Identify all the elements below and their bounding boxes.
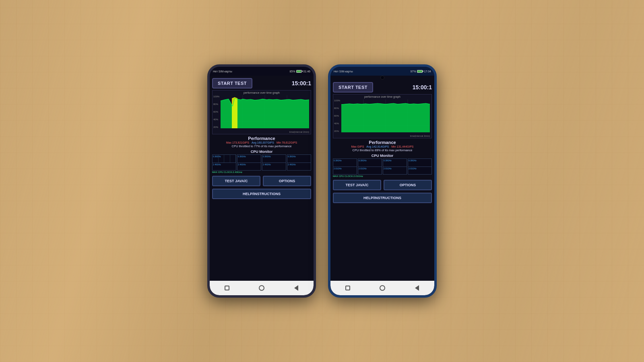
p2-cpu-core-4-bottom: 2.01GHz (408, 167, 431, 174)
phone-2-action-buttons: TEST JAVA/C OPTIONS (333, 180, 432, 190)
phone-2-nav-circle[interactable] (378, 284, 386, 292)
phone-2-circle-icon (380, 285, 385, 291)
p2-cpu-core-2b-label: 2.01GHz (359, 167, 367, 170)
phone-1-circle-icon (259, 285, 264, 291)
phone-1-max-cpu: MAX CPU CLOCK:2.40GHz (212, 171, 311, 173)
p2-cpu-core-1-top: 0.30GHz (333, 159, 357, 167)
phone-2-help-button[interactable]: HELP/INSTRUCTIONS (333, 193, 432, 203)
cpu-core-2b-label: 2.40GHz (238, 163, 246, 166)
phone-2-punch-hole (380, 76, 384, 80)
p2-y-label-60: 60% (334, 115, 340, 117)
phone-2-timer: 15:00:1 (413, 84, 432, 90)
p2-cpu-core-3-bottom: 2.01GHz (383, 167, 407, 174)
phone-1-start-test-button[interactable]: START TEST (212, 78, 252, 88)
phone-1-test-java-button[interactable]: TEST JAVA/C (212, 176, 260, 186)
cpu-core-1-grid (213, 155, 236, 162)
cpu-core-3b-label: 2.40GHz (263, 163, 271, 166)
phone-2-graph-svg (341, 99, 430, 132)
phone-2-cpu-title: CPU Monitor (333, 154, 432, 158)
phone-1-graph-y-labels: 100% 80% 60% 40% 20% (213, 95, 219, 128)
phone-2-nav-square[interactable] (344, 284, 352, 292)
phone-2-graph-title: performance over time graph (333, 95, 431, 98)
phone-2-cpu-grid: 0.30GHz 2.01GHz 0.30GHz 2.01GHz (333, 158, 432, 175)
phone-1: Нет SIM-карты 85% 01:46 START TEST 15:00… (207, 64, 316, 298)
phone-2-options-button[interactable]: OPTIONS (384, 180, 432, 190)
phone-1-status-right: 85% 01:46 (289, 70, 310, 73)
p2-cpu-core-4-label: 0.30GHz (409, 159, 417, 162)
y-label-100: 100% (213, 95, 219, 98)
cpu-core-3-top: 0.30GHz (262, 155, 286, 163)
phone-2-start-test-button[interactable]: START TEST (333, 82, 373, 93)
phone-1-perf-stats: Max 173,921GIPS Avg 160,007GIPS Min 78,6… (212, 141, 311, 144)
phone-1-top-row: START TEST 15:00:1 (212, 78, 311, 88)
phone-2-wrapper: Нет SIM-карты 97% 17:04 START TEST 15:00… (328, 64, 437, 298)
cpu-core-2-bottom: 2.40GHz (237, 163, 261, 170)
phone-2-performance-graph: performance over time graph 100% 80% 60%… (333, 94, 432, 138)
phone-1-nav-circle[interactable] (258, 284, 266, 292)
phone-2-test-java-button[interactable]: TEST JAVA/C (333, 180, 381, 190)
p2-y-label-40: 40% (334, 122, 340, 125)
phone-2-cpu-monitor: CPU Monitor 0.30GHz 2.01GHz 0.30GHz (333, 154, 432, 177)
p2-cpu-core-4-top: 0.30GHz (408, 159, 431, 167)
phone-2-perf-throttle: CPU throttled to 89% of its max performa… (333, 148, 432, 152)
cpu-core-4: 0.30GHz 2.40GHz (287, 154, 311, 171)
phone-1-graph-x-label: time(interval 2min) (289, 131, 309, 133)
phone-1-square-icon (225, 286, 229, 290)
p2-graph-fill (341, 103, 430, 132)
phone-1-time: 01:46 (303, 70, 310, 73)
phone-1-cpu-monitor: CPU Monitor 0.30GHz (212, 150, 311, 173)
phone-1-graph-title: performance over time graph (213, 91, 311, 94)
phone-2-graph-area (341, 99, 430, 132)
phone-1-perf-title: Performance (212, 136, 311, 141)
phone-1-status-bar: Нет SIM-карты 85% 01:46 (210, 67, 314, 76)
phone-1-screen: START TEST 15:00:1 performance over time… (210, 76, 314, 281)
cpu-core-3: 0.30GHz 2.40GHz (262, 154, 286, 171)
y-label-40: 40% (213, 118, 219, 121)
p2-cpu-core-1-label: 0.30GHz (334, 159, 342, 162)
phone-2-perf-avg: Avg 142,914GIPS (366, 145, 389, 148)
phone-2-performance-section: Performance Max GIPS Avg 142,914GIPS Min… (333, 140, 432, 152)
phone-1-perf-max: Max 173,921GIPS (226, 141, 249, 144)
phone-1-options-button[interactable]: OPTIONS (263, 176, 311, 186)
cpu-core-2-top: 0.30GHz (237, 155, 261, 163)
y-label-60: 60% (213, 111, 219, 113)
phone-1-action-buttons: TEST JAVA/C OPTIONS (212, 176, 311, 186)
phone-1-nav-square[interactable] (223, 284, 231, 292)
phone-1-battery-pct: 85% (289, 70, 295, 73)
phone-1-graph-svg (221, 95, 309, 128)
cpu-core-3-bottom: 2.40GHz (262, 163, 286, 170)
phone-1-nav-bar (210, 281, 314, 295)
phone-1-help-button[interactable]: HELP/INSTRUCTIONS (212, 189, 311, 199)
phone-1-cpu-title: CPU Monitor (212, 150, 311, 154)
y-label-20: 20% (213, 126, 219, 128)
phone-2: Нет SIM-карты 97% 17:04 START TEST 15:00… (328, 64, 437, 298)
p2-y-label-20: 20% (334, 130, 340, 132)
phone-1-perf-throttle: CPU throttled to 77% of its max performa… (212, 144, 311, 148)
cpu-core-4-top: 0.30GHz (287, 155, 311, 163)
y-label-80: 80% (213, 103, 219, 105)
p2-cpu-core-3-label: 0.30GHz (384, 159, 392, 162)
p2-cpu-core-1-bottom: 2.01GHz (333, 167, 357, 174)
p2-cpu-core-1: 0.30GHz 2.01GHz (333, 158, 357, 175)
phone-2-carrier: Нет SIM-карты (334, 70, 353, 73)
p2-cpu-core-3-top: 0.30GHz (383, 159, 407, 167)
cpu-core-4-label: 0.30GHz (288, 155, 296, 158)
p2-cpu-core-1b-label: 2.01GHz (334, 167, 342, 170)
phone-2-perf-max: Max GIPS (351, 145, 364, 148)
phone-2-battery-fill (417, 70, 422, 72)
p2-cpu-core-3b-label: 2.01GHz (384, 167, 392, 170)
phone-1-battery-icon (296, 70, 302, 73)
phone-1-carrier: Нет SIM-карты (213, 70, 232, 73)
phone-1-battery-fill (297, 70, 301, 72)
cpu-core-4b-label: 2.40GHz (288, 163, 296, 166)
phone-1-graph-area (221, 95, 309, 128)
phone-2-square-icon (345, 286, 350, 290)
phone-2-max-cpu: MAX CPU CLOCK:2.01GHz (333, 175, 432, 177)
phone-1-back-icon (294, 285, 298, 291)
phone-2-nav-back[interactable] (413, 284, 421, 292)
cpu-core-4-bottom: 2.40GHz (287, 163, 311, 170)
phone-1-nav-back[interactable] (292, 284, 300, 292)
phone-2-top-row: START TEST 15:00:1 (333, 82, 432, 93)
phone-2-back-icon (415, 285, 419, 291)
cpu-core-3-label: 0.30GHz (263, 155, 271, 158)
